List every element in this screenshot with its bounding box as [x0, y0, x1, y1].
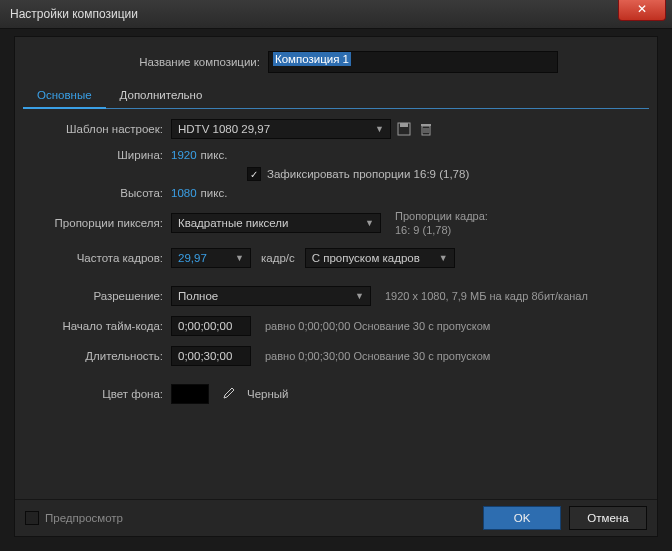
timecode-start-value: 0;00;00;00 — [178, 320, 232, 332]
lock-aspect-row: ✓ Зафиксировать пропорции 16:9 (1,78) — [23, 167, 649, 181]
pixel-aspect-select[interactable]: Квадратные пиксели ▼ — [171, 213, 381, 233]
duration-row: Длительность: 0;00;30;00 равно 0;00;30;0… — [23, 346, 649, 366]
resolution-value: Полное — [178, 290, 218, 302]
timecode-start-row: Начало тайм-кода: 0;00;00;00 равно 0;00;… — [23, 316, 649, 336]
cancel-button[interactable]: Отмена — [569, 506, 647, 530]
tabs: Основные Дополнительно — [23, 83, 649, 109]
bgcolor-label: Цвет фона: — [23, 388, 171, 400]
preview-checkbox[interactable] — [25, 511, 39, 525]
pixel-aspect-label: Пропорции пикселя: — [23, 217, 171, 229]
eyedropper-button[interactable] — [219, 385, 237, 403]
composition-name-row: Название композиции: Композиция 1 — [15, 51, 657, 73]
preset-select[interactable]: HDTV 1080 29,97 ▼ — [171, 119, 391, 139]
framerate-row: Частота кадров: 29,97 ▼ кадр/с С пропуск… — [23, 248, 649, 268]
resolution-select[interactable]: Полное ▼ — [171, 286, 371, 306]
eyedropper-icon — [221, 387, 235, 401]
dropframe-value: С пропуском кадров — [312, 252, 420, 264]
preset-row: Шаблон настроек: HDTV 1080 29,97 ▼ — [23, 119, 649, 139]
width-value[interactable]: 1920 — [171, 149, 197, 161]
composition-name-input[interactable]: Композиция 1 — [268, 51, 558, 73]
composition-settings-window: Настройки композиции ✕ Название композиц… — [0, 0, 672, 551]
frame-aspect-label: Пропорции кадра: — [395, 209, 488, 223]
framerate-label: Частота кадров: — [23, 252, 171, 264]
height-row: Высота: 1080 пикс. — [23, 187, 649, 199]
tab-basic[interactable]: Основные — [23, 83, 106, 109]
preview-label: Предпросмотр — [45, 512, 123, 524]
tab-advanced[interactable]: Дополнительно — [106, 83, 217, 108]
resolution-info: 1920 x 1080, 7,9 МБ на кадр 8бит/канал — [385, 290, 588, 302]
resolution-label: Разрешение: — [23, 290, 171, 302]
chevron-down-icon: ▼ — [365, 218, 374, 228]
delete-preset-button[interactable] — [417, 120, 435, 138]
save-preset-button[interactable] — [395, 120, 413, 138]
frame-aspect-value: 16: 9 (1,78) — [395, 223, 488, 237]
height-unit: пикс. — [201, 187, 228, 199]
bgcolor-name: Черный — [247, 388, 289, 400]
preset-label: Шаблон настроек: — [23, 123, 171, 135]
resolution-row: Разрешение: Полное ▼ 1920 x 1080, 7,9 МБ… — [23, 286, 649, 306]
duration-input[interactable]: 0;00;30;00 — [171, 346, 251, 366]
lock-aspect-label: Зафиксировать пропорции 16:9 (1,78) — [267, 168, 469, 180]
composition-name-value: Композиция 1 — [273, 52, 351, 66]
bgcolor-swatch[interactable] — [171, 384, 209, 404]
composition-name-label: Название композиции: — [15, 56, 268, 68]
chevron-down-icon: ▼ — [375, 124, 384, 134]
framerate-unit: кадр/с — [261, 252, 295, 264]
svg-rect-6 — [421, 124, 431, 126]
dialog-body: Название композиции: Композиция 1 Основн… — [14, 36, 658, 537]
trash-icon — [420, 122, 432, 136]
framerate-value: 29,97 — [178, 252, 207, 264]
timecode-start-info: равно 0;00;00;00 Основание 30 с пропуско… — [265, 320, 490, 332]
chevron-down-icon: ▼ — [355, 291, 364, 301]
footer: Предпросмотр OK Отмена — [15, 499, 657, 536]
dropframe-select[interactable]: С пропуском кадров ▼ — [305, 248, 455, 268]
timecode-start-label: Начало тайм-кода: — [23, 320, 171, 332]
chevron-down-icon: ▼ — [235, 253, 244, 263]
save-icon — [397, 122, 411, 136]
height-label: Высота: — [23, 187, 171, 199]
pixel-aspect-row: Пропорции пикселя: Квадратные пиксели ▼ … — [23, 209, 649, 238]
framerate-select[interactable]: 29,97 ▼ — [171, 248, 251, 268]
duration-value: 0;00;30;00 — [178, 350, 232, 362]
width-row: Ширина: 1920 пикс. — [23, 149, 649, 161]
pixel-aspect-value: Квадратные пиксели — [178, 217, 289, 229]
bgcolor-row: Цвет фона: Черный — [23, 384, 649, 404]
window-title: Настройки композиции — [10, 7, 138, 21]
basic-panel: Шаблон настроек: HDTV 1080 29,97 ▼ — [15, 109, 657, 404]
height-value[interactable]: 1080 — [171, 187, 197, 199]
preset-value: HDTV 1080 29,97 — [178, 123, 270, 135]
preview-toggle[interactable]: Предпросмотр — [25, 511, 123, 525]
close-button[interactable]: ✕ — [618, 0, 666, 21]
ok-button[interactable]: OK — [483, 506, 561, 530]
chevron-down-icon: ▼ — [439, 253, 448, 263]
duration-label: Длительность: — [23, 350, 171, 362]
timecode-start-input[interactable]: 0;00;00;00 — [171, 316, 251, 336]
width-label: Ширина: — [23, 149, 171, 161]
close-icon: ✕ — [637, 2, 647, 16]
width-unit: пикс. — [201, 149, 228, 161]
lock-aspect-checkbox[interactable]: ✓ — [247, 167, 261, 181]
svg-rect-1 — [400, 123, 408, 127]
duration-info: равно 0;00;30;00 Основание 30 с пропуско… — [265, 350, 490, 362]
titlebar: Настройки композиции ✕ — [0, 0, 672, 29]
